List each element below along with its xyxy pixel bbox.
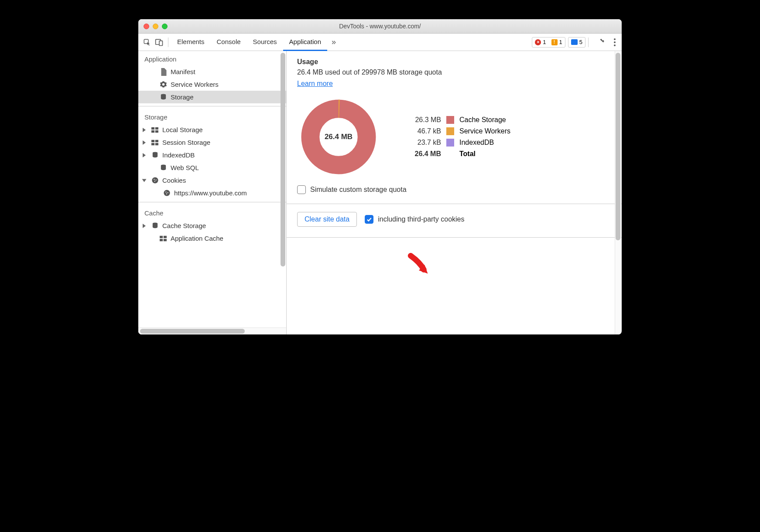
devtools-toolbar: Elements Console Sources Application » ×… — [138, 34, 622, 51]
sidebar-section-application: Application — [138, 51, 286, 65]
sidebar-scrollbar[interactable] — [281, 53, 285, 266]
database-icon — [159, 164, 167, 172]
expand-icon — [143, 140, 146, 145]
svg-point-19 — [165, 191, 166, 192]
devtools-window: DevTools - www.youtube.com/ Elements Con… — [138, 19, 622, 334]
simulate-quota-checkbox[interactable] — [297, 185, 306, 194]
application-sidebar: Application Manifest Service Workers Sto… — [138, 51, 287, 334]
svg-point-14 — [152, 177, 158, 183]
manifest-icon — [159, 68, 167, 76]
sidebar-item-cookie-origin[interactable]: https://www.youtube.com — [138, 187, 286, 199]
toolbar-divider — [168, 38, 168, 47]
sidebar-item-label: Storage — [171, 93, 194, 101]
clear-data-row: Clear site data including third-party co… — [297, 212, 611, 227]
usage-donut-chart: 26.4 MB — [297, 95, 380, 178]
legend-value: 23.7 kB — [406, 139, 441, 147]
more-options-button[interactable] — [610, 38, 619, 46]
simulate-quota-row: Simulate custom storage quota — [297, 185, 611, 194]
usage-legend: 26.3 MB Cache Storage 46.7 kB Service Wo… — [406, 116, 510, 158]
simulate-quota-label: Simulate custom storage quota — [310, 186, 407, 194]
third-party-cookies-checkbox[interactable] — [365, 215, 373, 224]
console-status-badge[interactable]: × 1 ! 1 — [532, 37, 565, 48]
sidebar-item-label: Web SQL — [171, 164, 199, 171]
tabs-overflow-button[interactable]: » — [327, 38, 340, 47]
sidebar-item-application-cache[interactable]: Application Cache — [138, 232, 286, 245]
legend-swatch — [446, 139, 454, 147]
sidebar-section-storage: Storage — [138, 109, 286, 123]
learn-more-link[interactable]: Learn more — [297, 80, 333, 87]
section-divider — [287, 237, 622, 238]
tab-sources[interactable]: Sources — [247, 34, 283, 51]
sidebar-item-label: Cookies — [162, 177, 186, 184]
annotation-arrow-icon — [407, 252, 431, 277]
legend-row-total: 26.4 MB Total — [406, 150, 510, 158]
sidebar-item-websql[interactable]: Web SQL — [138, 161, 286, 174]
svg-rect-23 — [160, 235, 163, 238]
main-scrollbar[interactable] — [616, 53, 620, 240]
legend-label: IndexedDB — [459, 139, 494, 147]
settings-gear-icon[interactable] — [595, 36, 607, 48]
svg-rect-5 — [155, 127, 158, 129]
expand-icon — [143, 153, 146, 157]
legend-row: 26.3 MB Cache Storage — [406, 116, 510, 124]
tab-console[interactable]: Console — [211, 34, 247, 51]
expand-icon — [143, 128, 146, 132]
sidebar-h-scroll-track — [138, 327, 286, 334]
toolbar-divider — [588, 38, 589, 47]
legend-total-label: Total — [459, 150, 476, 158]
zoom-window-button[interactable] — [162, 24, 168, 29]
svg-rect-4 — [151, 127, 154, 129]
message-count: 5 — [579, 39, 582, 45]
tab-application[interactable]: Application — [283, 34, 327, 51]
storage-panel: Usage 26.4 MB used out of 299978 MB stor… — [287, 51, 622, 334]
sidebar-item-indexeddb[interactable]: IndexedDB — [138, 149, 286, 161]
third-party-cookies-label: including third-party cookies — [378, 215, 464, 223]
legend-label: Cache Storage — [459, 116, 506, 124]
svg-rect-9 — [155, 140, 158, 142]
messages-badge[interactable]: 5 — [568, 37, 585, 48]
close-window-button[interactable] — [144, 24, 149, 29]
panel-tabs: Elements Console Sources Application — [171, 34, 327, 51]
traffic-lights — [144, 24, 168, 29]
error-count: 1 — [543, 39, 546, 45]
svg-rect-24 — [164, 235, 167, 238]
legend-value: 46.7 kB — [406, 127, 441, 135]
svg-rect-26 — [164, 239, 167, 241]
sidebar-item-manifest[interactable]: Manifest — [138, 65, 286, 78]
legend-swatch — [446, 116, 454, 124]
warning-count: 1 — [559, 39, 562, 45]
database-icon — [159, 93, 167, 101]
minimize-window-button[interactable] — [153, 24, 158, 29]
sidebar-item-label: IndexedDB — [162, 151, 195, 159]
sidebar-h-scrollbar[interactable] — [140, 329, 245, 334]
svg-rect-8 — [151, 140, 154, 142]
panel-body: Application Manifest Service Workers Sto… — [138, 51, 622, 334]
svg-rect-25 — [160, 239, 163, 241]
sidebar-item-storage[interactable]: Storage — [138, 91, 286, 103]
cookie-icon — [163, 189, 171, 197]
legend-label: Service Workers — [459, 127, 510, 135]
main-scroll-track — [615, 51, 621, 334]
device-toolbar-icon[interactable] — [153, 36, 165, 48]
database-icon — [151, 222, 159, 230]
window-title: DevTools - www.youtube.com/ — [339, 23, 421, 30]
sidebar-item-label: Manifest — [171, 68, 195, 75]
cookie-icon — [151, 177, 159, 184]
sidebar-item-cache-storage[interactable]: Cache Storage — [138, 219, 286, 232]
sidebar-item-cookies[interactable]: Cookies — [138, 174, 286, 187]
svg-point-16 — [155, 180, 156, 181]
usage-heading: Usage — [297, 58, 611, 66]
legend-swatch — [446, 127, 454, 135]
sidebar-item-label: Cache Storage — [162, 222, 206, 229]
sidebar-item-session-storage[interactable]: Session Storage — [138, 136, 286, 149]
inspect-element-icon[interactable] — [141, 36, 153, 48]
expand-icon — [143, 224, 146, 228]
sidebar-item-local-storage[interactable]: Local Storage — [138, 123, 286, 136]
message-icon — [571, 39, 578, 45]
sidebar-item-service-workers[interactable]: Service Workers — [138, 78, 286, 91]
sidebar-item-label: Service Workers — [171, 81, 219, 88]
clear-site-data-button[interactable]: Clear site data — [297, 212, 357, 227]
tab-elements[interactable]: Elements — [171, 34, 211, 51]
collapse-icon — [142, 179, 147, 182]
error-icon: × — [535, 39, 541, 45]
